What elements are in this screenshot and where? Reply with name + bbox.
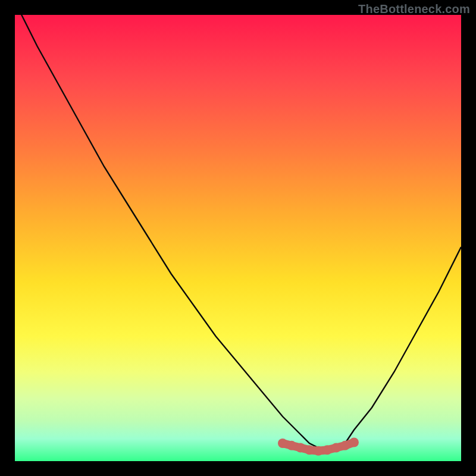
optimal-marker: [278, 439, 287, 448]
optimal-marker: [331, 443, 341, 453]
optimal-marker: [322, 445, 332, 455]
attribution-label: TheBottleneck.com: [358, 2, 470, 16]
optimal-marker: [296, 443, 305, 453]
optimal-marker: [305, 445, 314, 455]
chart-frame: TheBottleneck.com: [0, 0, 476, 476]
optimal-marker: [314, 446, 323, 456]
optimal-marker: [287, 441, 296, 450]
optimal-marker: [349, 438, 359, 447]
bottleneck-curve: [15, 15, 461, 452]
chart-svg: [15, 15, 461, 461]
plot-area: [15, 15, 461, 461]
optimal-marker: [340, 441, 350, 450]
